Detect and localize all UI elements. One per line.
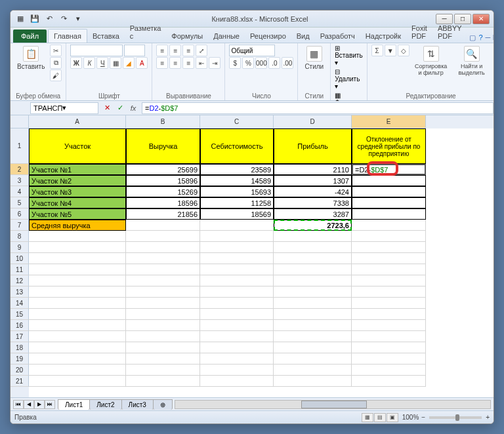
cell[interactable] (126, 275, 200, 286)
minimize-ribbon-icon[interactable]: ▢ (469, 32, 476, 43)
cell[interactable] (352, 264, 426, 275)
tab-insert[interactable]: Вставка (87, 30, 125, 43)
cell[interactable] (126, 365, 200, 376)
indent-inc-icon[interactable]: ⇥ (209, 57, 220, 69)
cell[interactable] (352, 353, 426, 365)
cell[interactable] (352, 197, 426, 208)
cell[interactable] (29, 376, 126, 387)
cell[interactable]: Выручка (126, 128, 200, 164)
indent-dec-icon[interactable]: ⇤ (196, 57, 207, 69)
select-all-corner[interactable] (10, 115, 29, 128)
cells[interactable]: Участок Выручка Себистоимость Прибыль От… (29, 128, 494, 397)
view-normal-icon[interactable]: ▦ (362, 413, 373, 422)
cell[interactable] (352, 242, 426, 253)
cell[interactable] (126, 320, 200, 331)
underline-icon[interactable]: Ч (96, 57, 108, 69)
col-header[interactable]: D (274, 115, 352, 128)
save-icon[interactable]: 💾 (29, 13, 41, 25)
row-header[interactable]: 20 (10, 365, 29, 376)
tab-formulas[interactable]: Формулы (166, 30, 208, 43)
sheet-tab[interactable]: Лист1 (58, 399, 90, 410)
col-header[interactable]: E (352, 115, 426, 128)
cell[interactable] (200, 231, 274, 242)
font-name-select[interactable] (70, 45, 123, 56)
cell[interactable] (29, 286, 126, 298)
cell[interactable] (29, 264, 126, 275)
tab-developer[interactable]: Разработч (315, 30, 360, 43)
sheet-tab[interactable]: Лист2 (89, 399, 121, 410)
enter-formula-icon[interactable]: ✓ (114, 102, 126, 114)
tab-data[interactable]: Данные (208, 30, 245, 43)
help-icon[interactable]: ? (478, 32, 482, 43)
qat-dropdown-icon[interactable]: ▾ (72, 13, 84, 25)
col-header[interactable]: B (126, 115, 200, 128)
row-header[interactable]: 2 (10, 164, 29, 175)
cell[interactable] (29, 342, 126, 353)
cell[interactable] (126, 353, 200, 365)
format-painter-icon[interactable]: 🖌 (50, 69, 62, 81)
tab-review[interactable]: Рецензиро (245, 30, 291, 43)
row-header[interactable]: 11 (10, 264, 29, 275)
zoom-out-icon[interactable]: − (421, 414, 425, 421)
row-header[interactable]: 17 (10, 331, 29, 342)
cell[interactable]: 15693 (200, 186, 274, 197)
cell[interactable] (352, 186, 426, 197)
row-header[interactable]: 10 (10, 253, 29, 264)
cell[interactable] (352, 331, 426, 342)
cell[interactable] (274, 353, 352, 365)
cell[interactable] (126, 286, 200, 298)
row-header[interactable]: 5 (10, 197, 29, 208)
fill-color-icon[interactable]: ◢ (123, 57, 135, 69)
cell[interactable]: 11258 (200, 197, 274, 208)
cell[interactable] (126, 309, 200, 320)
cell[interactable]: 3287 (274, 208, 352, 220)
cell[interactable] (200, 353, 274, 365)
cell[interactable]: 1307 (274, 175, 352, 186)
cell[interactable] (274, 231, 352, 242)
find-select-button[interactable]: 🔍 Найти и выделить (453, 45, 491, 77)
cell[interactable]: -424 (274, 186, 352, 197)
cell[interactable] (200, 376, 274, 387)
cell[interactable] (200, 220, 274, 231)
cell[interactable]: 2723,6 (274, 220, 352, 231)
cell[interactable] (29, 298, 126, 309)
cell[interactable] (200, 298, 274, 309)
cell[interactable] (274, 264, 352, 275)
row-header[interactable]: 7 (10, 220, 29, 231)
cell[interactable]: Средняя выручка (29, 220, 126, 231)
cell[interactable] (352, 208, 426, 220)
cell[interactable] (274, 320, 352, 331)
cell[interactable] (126, 253, 200, 264)
dec-decimal-icon[interactable]: .00 (282, 57, 293, 69)
row-header[interactable]: 3 (10, 175, 29, 186)
col-header[interactable]: A (29, 115, 126, 128)
align-right-icon[interactable]: ≡ (182, 57, 194, 69)
cell[interactable] (200, 331, 274, 342)
cell[interactable] (29, 353, 126, 365)
zoom-in-icon[interactable]: + (486, 414, 490, 421)
cell[interactable] (352, 365, 426, 376)
sheet-tab[interactable]: Лист3 (121, 399, 154, 410)
align-left-icon[interactable]: ≡ (156, 57, 168, 69)
sheet-nav-prev-icon[interactable]: ◀ (24, 400, 34, 409)
file-tab[interactable]: Файл (13, 30, 47, 43)
fx-icon[interactable]: fx (127, 102, 139, 114)
cell[interactable] (126, 298, 200, 309)
bold-icon[interactable]: Ж (70, 57, 82, 69)
row-header[interactable]: 12 (10, 275, 29, 286)
cell[interactable] (352, 298, 426, 309)
redo-icon[interactable]: ↷ (58, 13, 70, 25)
align-top-icon[interactable]: ≡ (156, 45, 168, 56)
tab-layout[interactable]: Разметка с (125, 22, 167, 43)
cell[interactable]: Участок (29, 128, 126, 164)
cell[interactable] (352, 320, 426, 331)
row-header[interactable]: 18 (10, 342, 29, 353)
cell[interactable] (126, 376, 200, 387)
cell[interactable] (274, 253, 352, 264)
cell[interactable] (126, 231, 200, 242)
currency-icon[interactable]: $ (229, 57, 241, 69)
cell[interactable] (200, 309, 274, 320)
comma-icon[interactable]: 000 (255, 57, 267, 69)
cell[interactable] (29, 275, 126, 286)
cell[interactable] (352, 376, 426, 387)
